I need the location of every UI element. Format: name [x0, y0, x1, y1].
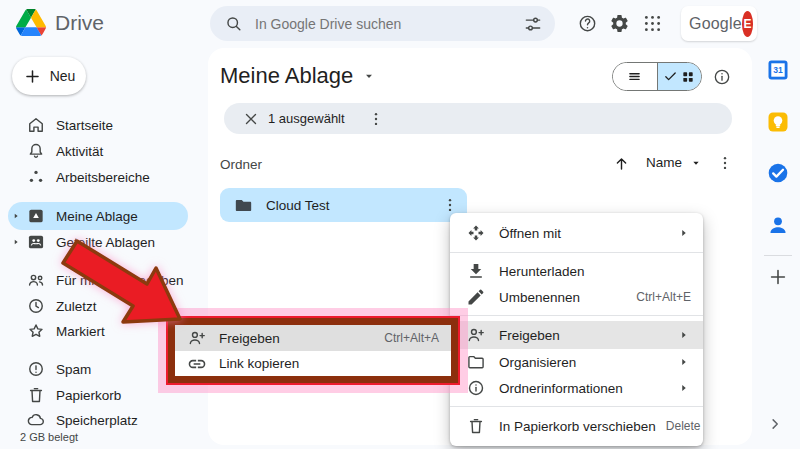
menu-item-umbenennen[interactable]: Umbenennen Ctrl+Alt+E: [450, 284, 703, 310]
open-with-icon: [466, 223, 486, 243]
caret-down-icon: [361, 68, 377, 84]
menu-divider: [450, 406, 703, 407]
selection-more-icon[interactable]: [367, 110, 385, 128]
list-view-button[interactable]: [613, 63, 657, 90]
view-toggle: [612, 62, 702, 91]
workspaces-icon: [26, 167, 46, 187]
menu-item-freigeben[interactable]: Freigeben: [450, 321, 703, 349]
google-account-chip[interactable]: Google E: [681, 6, 757, 41]
trash-icon: [466, 416, 486, 436]
sidebar-item-startseite[interactable]: Startseite: [0, 112, 196, 138]
menu-divider: [450, 315, 703, 316]
new-button-label: Neu: [50, 68, 76, 84]
share-submenu-annotated: Freigeben Ctrl+Alt+A Link kopieren: [168, 318, 458, 383]
top-bar: Drive Google E: [0, 0, 800, 48]
list-options-icon[interactable]: [716, 154, 734, 172]
shortcut-label: Delete: [666, 419, 701, 433]
help-icon[interactable]: [577, 13, 598, 34]
sort-by-name-button[interactable]: Name: [646, 155, 703, 170]
search-bar[interactable]: [210, 6, 555, 41]
svg-text:31: 31: [773, 65, 783, 75]
sidebar-item-meine-ablage[interactable]: Meine Ablage: [8, 202, 188, 230]
rail-divider: [764, 255, 792, 256]
context-menu: Öffnen mit Herunterladen Umbenennen Ctrl…: [450, 213, 703, 446]
folder-card-cloud-test[interactable]: Cloud Test: [220, 188, 467, 222]
cloud-icon: [26, 410, 46, 430]
home-icon: [26, 115, 46, 135]
submenu-arrow-icon: [677, 381, 691, 395]
sidebar-item-aktivitaet[interactable]: Aktivität: [0, 138, 196, 164]
selection-toolbar: 1 ausgewählt: [224, 103, 732, 134]
avatar[interactable]: E: [742, 11, 753, 37]
storage-used-text: 2 GB belegt: [20, 431, 78, 443]
menu-item-in-papierkorb[interactable]: In Papierkorb verschieben Delete: [450, 412, 703, 440]
selection-count: 1 ausgewählt: [268, 111, 345, 126]
person-add-icon: [466, 325, 486, 345]
page-title-label: Meine Ablage: [220, 63, 353, 89]
google-logo: Google: [689, 15, 742, 33]
organize-folder-icon: [466, 352, 486, 372]
submenu-arrow-icon: [677, 328, 691, 342]
sort-label: Name: [646, 155, 682, 170]
spam-icon: [26, 359, 46, 379]
clear-selection-icon[interactable]: [242, 110, 260, 128]
shortcut-label: Ctrl+Alt+E: [636, 290, 691, 304]
download-icon: [466, 261, 486, 281]
page-title[interactable]: Meine Ablage: [220, 63, 377, 89]
details-info-icon[interactable]: [712, 67, 732, 87]
expand-chevron-icon[interactable]: [11, 237, 21, 247]
search-icon: [224, 14, 243, 33]
submenu-arrow-icon: [677, 355, 691, 369]
grid-view-button[interactable]: [657, 63, 702, 90]
submenu-item-freigeben[interactable]: Freigeben Ctrl+Alt+A: [175, 325, 451, 351]
folder-name: Cloud Test: [266, 198, 441, 213]
search-options-icon[interactable]: [523, 14, 543, 34]
plus-icon: [23, 67, 42, 86]
folders-section-label: Ordner: [220, 157, 262, 172]
drive-logo[interactable]: Drive: [16, 9, 104, 36]
check-icon: [663, 69, 678, 84]
sort-direction-icon[interactable]: [612, 154, 631, 173]
app-title: Drive: [55, 11, 104, 35]
menu-item-oeffnen-mit[interactable]: Öffnen mit: [450, 219, 703, 247]
submenu-item-link-kopieren[interactable]: Link kopieren: [175, 351, 451, 376]
sidebar-item-speicherplatz[interactable]: Speicherplatz: [0, 407, 196, 433]
search-input[interactable]: [255, 16, 523, 32]
sidebar-item-papierkorb[interactable]: Papierkorb: [0, 382, 196, 408]
sidebar-item-markiert[interactable]: Markiert: [0, 318, 196, 344]
contacts-icon[interactable]: [766, 213, 790, 237]
menu-item-organisieren[interactable]: Organisieren: [450, 349, 703, 375]
sidebar-item-geteilte-ablagen[interactable]: Geteilte Ablagen: [0, 229, 196, 255]
add-panel-app-icon[interactable]: [767, 266, 789, 288]
sidebar-item-arbeitsbereiche[interactable]: Arbeitsbereiche: [0, 164, 196, 190]
menu-item-herunterladen[interactable]: Herunterladen: [450, 258, 703, 284]
person-add-icon: [187, 328, 207, 348]
new-button[interactable]: Neu: [12, 57, 86, 95]
shared-with-me-icon: [26, 270, 46, 290]
expand-chevron-icon[interactable]: [11, 211, 21, 221]
google-drive-window: Drive Google E Neu: [0, 0, 800, 449]
settings-gear-icon[interactable]: [609, 13, 630, 34]
menu-divider: [450, 252, 703, 253]
star-icon: [26, 321, 46, 341]
trash-icon: [26, 385, 46, 405]
apps-grid-icon[interactable]: [642, 13, 663, 34]
drive-triangle-icon: [16, 9, 46, 36]
tasks-icon[interactable]: [766, 161, 790, 185]
caret-down-icon: [689, 156, 703, 170]
folder-icon: [234, 196, 253, 215]
sidebar-item-zuletzt[interactable]: Zuletzt: [0, 293, 196, 319]
list-view-icon: [626, 68, 643, 85]
rename-pencil-icon: [466, 287, 486, 307]
hide-side-panel-chevron-icon[interactable]: [766, 415, 784, 433]
keep-icon[interactable]: [766, 110, 790, 134]
folder-more-icon[interactable]: [441, 196, 459, 214]
link-icon: [187, 354, 207, 374]
menu-item-ordnerinformationen[interactable]: Ordnerinformationen: [450, 375, 703, 401]
calendar-icon[interactable]: 31: [766, 58, 790, 82]
sidebar-item-spam[interactable]: Spam: [0, 356, 196, 382]
sidebar-item-fuer-mich-freigegeben[interactable]: Für mich freigegeben: [0, 267, 196, 293]
my-drive-icon: [26, 206, 46, 226]
side-panel-rail: 31: [756, 48, 800, 449]
bell-icon: [26, 141, 46, 161]
